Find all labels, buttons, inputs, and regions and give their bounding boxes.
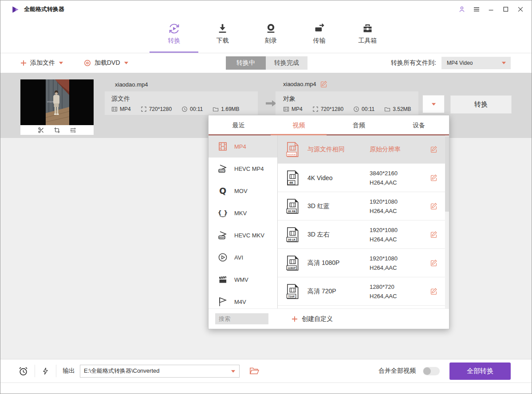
rename-edit-icon[interactable] bbox=[320, 80, 327, 88]
preset-row-4k[interactable]: 4K 4K Video 3840*2160H264,AAC bbox=[278, 164, 449, 192]
nav-tab-convert[interactable]: 转换 bbox=[155, 23, 193, 45]
convert-all-button[interactable]: 全部转换 bbox=[449, 362, 511, 380]
nav-tab-transfer[interactable]: 传输 bbox=[300, 23, 338, 45]
clock-icon bbox=[353, 106, 359, 112]
output-format-dropdown[interactable]: MP4 Video bbox=[441, 57, 511, 69]
preset-codec: H264,AAC bbox=[370, 235, 430, 244]
high-speed-bolt-icon[interactable] bbox=[41, 366, 50, 376]
maximize-icon[interactable] bbox=[502, 5, 510, 13]
trim-scissors-icon[interactable] bbox=[38, 127, 44, 134]
format-item-mkv[interactable]: { } MKV bbox=[209, 202, 277, 224]
convert-button[interactable]: 转换 bbox=[450, 95, 512, 114]
chevron-down-icon bbox=[501, 61, 506, 65]
edit-icon[interactable] bbox=[430, 231, 437, 238]
chevron-down-icon bbox=[231, 370, 236, 373]
preset-name: 4K Video bbox=[307, 174, 370, 181]
format-item-avi[interactable]: AVI bbox=[209, 246, 277, 268]
preset-name: 高清 1080P bbox=[307, 259, 370, 267]
format-item-m4v[interactable]: M4V bbox=[209, 291, 277, 308]
minimize-icon[interactable] bbox=[487, 5, 495, 13]
braces-icon: { } bbox=[217, 208, 228, 218]
nav-tab-toolbox[interactable]: 工具箱 bbox=[349, 23, 386, 45]
nav-tab-download[interactable]: 下载 bbox=[204, 23, 241, 45]
preset-4k-icon: 4K bbox=[286, 170, 299, 186]
edit-icon[interactable] bbox=[430, 202, 437, 210]
pennant-icon bbox=[217, 296, 228, 307]
schedule-clock-icon[interactable] bbox=[18, 366, 28, 376]
popup-tab-audio[interactable]: 音频 bbox=[329, 115, 389, 135]
target-box-title: 对象 bbox=[283, 95, 418, 103]
source-size: 1.69MB bbox=[221, 106, 239, 112]
output-path-input[interactable] bbox=[80, 365, 240, 378]
preset-row-same-as-source[interactable]: source 与源文件相同 原始分辨率 bbox=[278, 135, 449, 164]
video-preview-image: VISION bbox=[20, 79, 94, 125]
format-item-hevc-mp4[interactable]: HEVC HEVC MP4 bbox=[209, 158, 277, 180]
status-strip bbox=[0, 382, 532, 394]
preset-resolution: 1920*1080 bbox=[370, 225, 430, 235]
preset-1080p-icon: 1080P bbox=[286, 255, 299, 271]
preset-row-3d-rb[interactable]: 3D RB 3D 红蓝 1920*1080H264,AAC bbox=[278, 192, 449, 221]
source-box-title: 源文件 bbox=[111, 95, 258, 103]
crop-icon[interactable] bbox=[54, 127, 60, 134]
edit-icon[interactable] bbox=[430, 259, 437, 267]
account-icon[interactable] bbox=[458, 5, 466, 13]
format-item-hevc-mkv[interactable]: HEVC HEVC MKV bbox=[209, 224, 277, 246]
edit-icon[interactable] bbox=[430, 146, 437, 153]
video-thumbnail[interactable]: VISION bbox=[20, 79, 94, 135]
add-file-label: 添加文件 bbox=[30, 59, 55, 67]
convert-icon bbox=[168, 23, 180, 35]
preset-name: 与源文件相同 bbox=[307, 146, 370, 154]
effects-sliders-icon[interactable] bbox=[70, 127, 76, 134]
hevc-play-icon: HEVC bbox=[217, 230, 228, 240]
preset-resolution: 1920*1080 bbox=[370, 197, 430, 206]
nav-tab-burn[interactable]: 刻录 bbox=[252, 23, 290, 45]
add-file-button[interactable]: 添加文件 bbox=[20, 53, 63, 73]
svg-text:{ }: { } bbox=[217, 209, 228, 216]
popup-tab-video[interactable]: 视频 bbox=[269, 115, 329, 135]
preset-row-hd-720p[interactable]: 720P 高清 720P 1280*720H264,AAC bbox=[278, 277, 449, 306]
popup-bottom-bar: 创建自定义 bbox=[209, 308, 449, 329]
edit-icon[interactable] bbox=[430, 174, 437, 181]
convert-all-to-group: 转换所有文件到: MP4 Video bbox=[391, 57, 511, 69]
presets-scrollbar[interactable] bbox=[445, 135, 449, 308]
clock-icon bbox=[181, 106, 188, 112]
format-item-mov[interactable]: Q MOV bbox=[209, 180, 277, 202]
app-logo-icon bbox=[11, 5, 20, 14]
merge-videos-label: 合并全部视频 bbox=[378, 367, 416, 375]
source-resolution: 720*1280 bbox=[149, 106, 172, 112]
scrollbar-thumb[interactable] bbox=[445, 136, 449, 212]
popup-active-tab-underline bbox=[271, 134, 327, 135]
preset-row-3d-lr[interactable]: 3D LR 3D 左右 1920*1080H264,AAC bbox=[278, 221, 449, 249]
target-resolution: 720*1280 bbox=[321, 106, 343, 112]
svg-text:720P: 720P bbox=[288, 295, 295, 297]
tab-converted[interactable]: 转换完成 bbox=[266, 56, 307, 70]
preset-720p-icon: 720P bbox=[286, 284, 299, 299]
close-icon[interactable] bbox=[516, 5, 524, 13]
search-input[interactable] bbox=[215, 313, 268, 324]
output-path-select[interactable] bbox=[80, 365, 240, 378]
source-duration: 00:11 bbox=[190, 106, 203, 112]
preset-detail: 原始分辨率 bbox=[370, 145, 430, 154]
preset-resolution: 1280*720 bbox=[370, 282, 430, 292]
popup-tab-device[interactable]: 设备 bbox=[389, 115, 449, 135]
create-custom-button[interactable]: 创建自定义 bbox=[292, 315, 333, 323]
preset-row-hd-1080p[interactable]: 1080P 高清 1080P 1920*1080H264,AAC bbox=[278, 249, 449, 277]
quicktime-icon: Q bbox=[217, 185, 228, 196]
merge-videos-toggle[interactable] bbox=[423, 367, 440, 375]
load-dvd-button[interactable]: 加载DVD bbox=[84, 53, 129, 73]
preset-codec: H264,AAC bbox=[370, 263, 430, 272]
tab-converting[interactable]: 转换中 bbox=[226, 56, 266, 70]
open-folder-icon[interactable] bbox=[249, 366, 259, 375]
burn-icon bbox=[265, 23, 277, 35]
hevc-play-icon: HEVC bbox=[217, 163, 228, 174]
target-format-dropdown-button[interactable] bbox=[422, 95, 445, 113]
nav-label: 工具箱 bbox=[359, 37, 377, 45]
format-item-wmv[interactable]: WMV bbox=[209, 268, 277, 291]
format-item-mp4[interactable]: MP4 bbox=[209, 135, 277, 158]
popup-tab-recent[interactable]: 最近 bbox=[209, 115, 269, 135]
menu-icon[interactable] bbox=[473, 5, 481, 13]
folder-icon bbox=[213, 106, 219, 112]
edit-icon[interactable] bbox=[430, 288, 437, 295]
popup-tabbar: 最近 视频 音频 设备 bbox=[209, 115, 449, 135]
target-size: 3.52MB bbox=[393, 106, 411, 112]
